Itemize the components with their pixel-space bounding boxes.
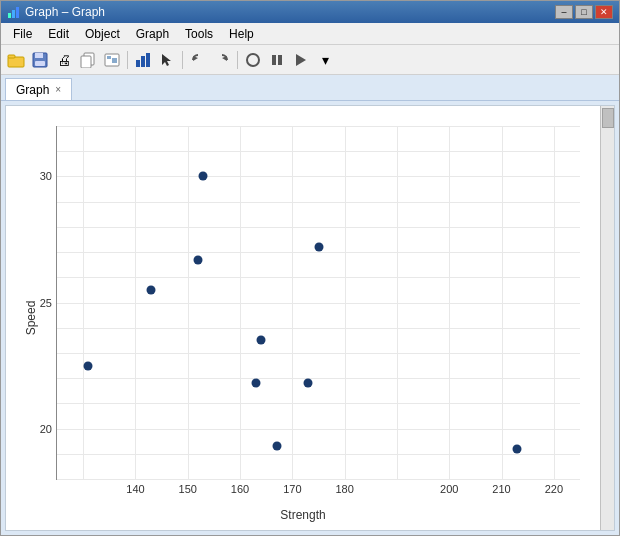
menu-help[interactable]: Help bbox=[221, 25, 262, 43]
x-tick-label: 180 bbox=[335, 479, 353, 495]
x-tick-label: 140 bbox=[126, 479, 144, 495]
y-axis-label: Speed bbox=[24, 301, 38, 336]
play-button[interactable] bbox=[290, 49, 312, 71]
dropdown-button[interactable]: ▾ bbox=[314, 49, 336, 71]
redo-button[interactable] bbox=[211, 49, 233, 71]
svg-rect-12 bbox=[112, 58, 117, 63]
print-button[interactable]: 🖨 bbox=[53, 49, 75, 71]
tab-close-button[interactable]: × bbox=[55, 84, 61, 95]
menu-file[interactable]: File bbox=[5, 25, 40, 43]
svg-rect-15 bbox=[146, 53, 150, 67]
svg-rect-11 bbox=[107, 56, 111, 59]
svg-rect-21 bbox=[278, 55, 282, 65]
minimize-button[interactable]: – bbox=[555, 5, 573, 19]
main-window: Graph – Graph – □ ✕ File Edit Object Gra… bbox=[0, 0, 620, 536]
y-tick-label: 30 bbox=[40, 170, 57, 182]
x-tick-label: 160 bbox=[231, 479, 249, 495]
title-bar-left: Graph – Graph bbox=[7, 5, 105, 19]
x-tick-label: 150 bbox=[179, 479, 197, 495]
grid-line-v bbox=[135, 126, 136, 479]
svg-marker-17 bbox=[193, 56, 198, 61]
svg-rect-6 bbox=[35, 53, 43, 58]
grid-line-v bbox=[554, 126, 555, 479]
content-area: Speed Strength 2025301401501601701802002… bbox=[1, 101, 619, 535]
separator-3 bbox=[237, 51, 238, 69]
svg-point-19 bbox=[247, 54, 259, 66]
tab-label: Graph bbox=[16, 83, 49, 97]
separator-1 bbox=[127, 51, 128, 69]
data-point bbox=[147, 285, 156, 294]
open-folder-button[interactable] bbox=[5, 49, 27, 71]
svg-marker-22 bbox=[296, 54, 306, 66]
data-point bbox=[194, 255, 203, 264]
grid-line-v bbox=[292, 126, 293, 479]
svg-marker-18 bbox=[222, 56, 227, 61]
vertical-scrollbar[interactable] bbox=[600, 106, 614, 530]
svg-rect-2 bbox=[16, 7, 19, 18]
grid-line-v bbox=[502, 126, 503, 479]
data-point bbox=[304, 379, 313, 388]
menu-tools[interactable]: Tools bbox=[177, 25, 221, 43]
data-point bbox=[272, 442, 281, 451]
data-point bbox=[513, 444, 522, 453]
svg-rect-9 bbox=[81, 56, 91, 68]
grid-line-v bbox=[240, 126, 241, 479]
toolbar: 🖨 bbox=[1, 45, 619, 75]
tab-bar: Graph × bbox=[1, 75, 619, 101]
data-point bbox=[256, 336, 265, 345]
chart-container: Speed Strength 2025301401501601701802002… bbox=[5, 105, 615, 531]
separator-2 bbox=[182, 51, 183, 69]
pause-button[interactable] bbox=[266, 49, 288, 71]
menu-graph[interactable]: Graph bbox=[128, 25, 177, 43]
save-button[interactable] bbox=[29, 49, 51, 71]
menu-bar: File Edit Object Graph Tools Help bbox=[1, 23, 619, 45]
data-point bbox=[199, 172, 208, 181]
chart-inner: Speed Strength 2025301401501601701802002… bbox=[6, 106, 600, 530]
menu-edit[interactable]: Edit bbox=[40, 25, 77, 43]
y-tick-label: 20 bbox=[40, 423, 57, 435]
maximize-button[interactable]: □ bbox=[575, 5, 593, 19]
title-bar: Graph – Graph – □ ✕ bbox=[1, 1, 619, 23]
undo-button[interactable] bbox=[187, 49, 209, 71]
scrollbar-thumb[interactable] bbox=[602, 108, 614, 128]
screenshot-button[interactable] bbox=[101, 49, 123, 71]
app-icon bbox=[7, 5, 21, 19]
svg-rect-14 bbox=[141, 56, 145, 67]
svg-rect-7 bbox=[35, 61, 45, 66]
circle-button[interactable] bbox=[242, 49, 264, 71]
data-point bbox=[251, 379, 260, 388]
menu-object[interactable]: Object bbox=[77, 25, 128, 43]
x-tick-label: 200 bbox=[440, 479, 458, 495]
svg-rect-1 bbox=[12, 10, 15, 18]
x-tick-label: 220 bbox=[545, 479, 563, 495]
graph-tab[interactable]: Graph × bbox=[5, 78, 72, 100]
x-tick-label: 210 bbox=[492, 479, 510, 495]
x-tick-label: 170 bbox=[283, 479, 301, 495]
window-title: Graph – Graph bbox=[25, 5, 105, 19]
bar-chart-button[interactable] bbox=[132, 49, 154, 71]
svg-marker-16 bbox=[162, 54, 171, 66]
plot-area: 202530140150160170180200210220 bbox=[56, 126, 580, 480]
close-button[interactable]: ✕ bbox=[595, 5, 613, 19]
title-controls: – □ ✕ bbox=[555, 5, 613, 19]
grid-line-v bbox=[83, 126, 84, 479]
copy-button[interactable] bbox=[77, 49, 99, 71]
grid-line-v bbox=[345, 126, 346, 479]
data-point bbox=[84, 361, 93, 370]
data-point bbox=[314, 243, 323, 252]
svg-rect-4 bbox=[8, 55, 15, 58]
svg-rect-13 bbox=[136, 60, 140, 67]
svg-rect-20 bbox=[272, 55, 276, 65]
svg-rect-0 bbox=[8, 13, 11, 18]
grid-line-v bbox=[397, 126, 398, 479]
y-tick-label: 25 bbox=[40, 297, 57, 309]
pointer-button[interactable] bbox=[156, 49, 178, 71]
grid-line-v bbox=[188, 126, 189, 479]
grid-line-v bbox=[449, 126, 450, 479]
x-axis-label: Strength bbox=[280, 508, 325, 522]
